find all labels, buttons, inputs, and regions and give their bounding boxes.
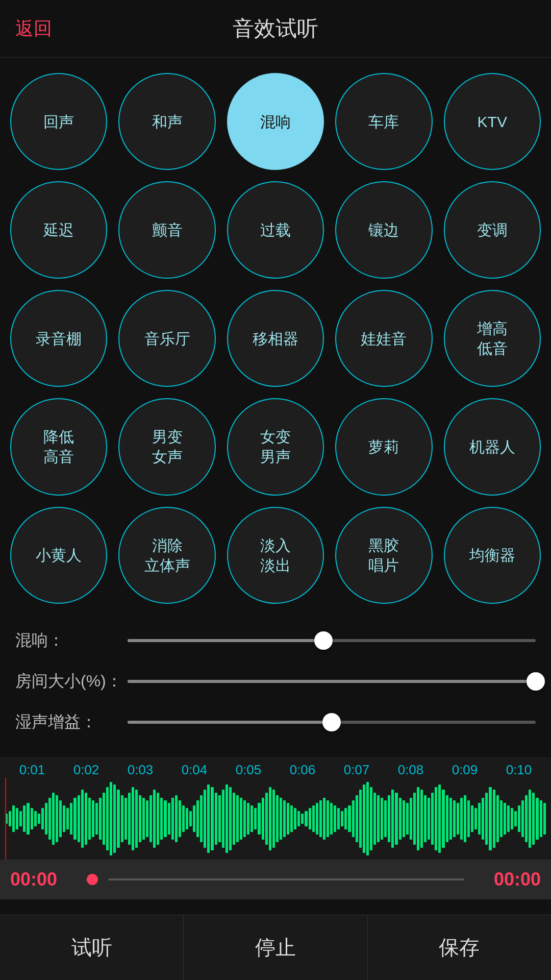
effect-btn-echo[interactable]: 回声 bbox=[10, 73, 107, 170]
waveform-bar bbox=[482, 798, 484, 840]
waveform-bar bbox=[514, 811, 517, 827]
effect-btn-lowbass[interactable]: 降低 高音 bbox=[10, 398, 107, 495]
waveform-bar bbox=[153, 790, 156, 847]
waveform-bar bbox=[189, 811, 192, 827]
effect-btn-phaser[interactable]: 移相器 bbox=[227, 290, 324, 387]
slider-thumb-reverb[interactable] bbox=[314, 631, 333, 650]
waveform-bar bbox=[370, 787, 372, 850]
waveform-bar bbox=[366, 782, 369, 855]
effect-btn-harmony[interactable]: 和声 bbox=[118, 73, 215, 170]
waveform-bar bbox=[294, 808, 296, 829]
slider-row-wet_gain: 湿声增益： bbox=[15, 711, 536, 733]
waveform-bar bbox=[23, 805, 26, 831]
effect-btn-garage[interactable]: 车库 bbox=[335, 73, 432, 170]
save-button[interactable]: 保存 bbox=[368, 915, 551, 980]
waveform-bar bbox=[103, 793, 105, 845]
effect-btn-stereo[interactable]: 消除 立体声 bbox=[118, 507, 215, 604]
waveform-bar bbox=[41, 808, 44, 829]
waveform-bar bbox=[309, 808, 311, 829]
waveform-canvas[interactable] bbox=[0, 778, 551, 860]
waveform-bar bbox=[431, 793, 434, 845]
preview-button[interactable]: 试听 bbox=[0, 915, 184, 980]
effect-btn-vinyl[interactable]: 黑胶 唱片 bbox=[335, 507, 432, 604]
waveform-bar bbox=[352, 800, 355, 837]
waveform-bar bbox=[218, 795, 221, 843]
waveform-bar bbox=[384, 800, 387, 837]
waveform-bar bbox=[290, 805, 293, 831]
waveform-bar bbox=[532, 793, 535, 845]
timeline-marker-2: 0:03 bbox=[113, 762, 167, 778]
waveform-bar bbox=[78, 795, 80, 843]
waveform-bar bbox=[233, 793, 235, 845]
waveform-bar bbox=[251, 805, 253, 831]
effect-btn-baby[interactable]: 娃娃音 bbox=[335, 290, 432, 387]
waveform-bar bbox=[92, 800, 94, 837]
effect-btn-robot[interactable]: 机器人 bbox=[444, 398, 541, 495]
slider-label-reverb: 混响： bbox=[15, 629, 128, 652]
waveform-bar bbox=[182, 805, 185, 831]
waveform-bar bbox=[95, 803, 98, 835]
timeline-marker-9: 0:10 bbox=[492, 762, 546, 778]
waveform-bar bbox=[521, 800, 524, 837]
slider-label-room_size: 房间大小(%)： bbox=[15, 670, 128, 693]
waveform-bar bbox=[388, 795, 390, 843]
waveform-bar bbox=[265, 793, 268, 845]
waveform-bar bbox=[438, 785, 441, 853]
waveform-bar bbox=[229, 787, 232, 850]
waveform-bar bbox=[19, 811, 22, 827]
waveform-bar bbox=[305, 811, 307, 827]
effect-btn-m2f[interactable]: 男变 女声 bbox=[118, 398, 215, 495]
effect-btn-bass[interactable]: 增高 低音 bbox=[444, 290, 541, 387]
waveform-bar bbox=[297, 811, 300, 827]
waveform-bar bbox=[48, 798, 51, 840]
slider-thumb-room_size[interactable] bbox=[527, 672, 545, 691]
effect-btn-ktv[interactable]: KTV bbox=[444, 73, 541, 170]
waveform-bar bbox=[258, 803, 260, 835]
slider-thumb-wet_gain[interactable] bbox=[322, 713, 341, 731]
effect-btn-overdrive[interactable]: 过载 bbox=[227, 181, 324, 278]
effect-btn-moly[interactable]: 萝莉 bbox=[335, 398, 432, 495]
effect-btn-flanger[interactable]: 镶边 bbox=[335, 181, 432, 278]
waveform-bar bbox=[424, 795, 427, 843]
effect-btn-f2m[interactable]: 女变 男声 bbox=[227, 398, 324, 495]
waveform-bar bbox=[471, 805, 473, 831]
effect-btn-reverb[interactable]: 混响 bbox=[227, 73, 324, 170]
waveform-bar bbox=[316, 803, 318, 835]
effect-btn-fadeinout[interactable]: 淡入 淡出 bbox=[227, 507, 324, 604]
effects-grid: 回声和声混响车库KTV延迟颤音过载镶边变调录音棚音乐厅移相器娃娃音增高 低音降低… bbox=[0, 58, 551, 614]
waveform-bar bbox=[88, 798, 91, 840]
effect-btn-minion[interactable]: 小黄人 bbox=[10, 507, 107, 604]
stop-button[interactable]: 停止 bbox=[184, 915, 367, 980]
waveform-bar bbox=[207, 785, 210, 853]
slider-track-container-reverb[interactable] bbox=[128, 639, 536, 642]
waveform-bar bbox=[236, 795, 239, 843]
waveform-bar bbox=[243, 800, 246, 837]
waveform-bar bbox=[70, 803, 72, 835]
waveform-bar bbox=[52, 793, 55, 845]
slider-fill-room_size bbox=[128, 680, 536, 683]
waveform-bar bbox=[442, 790, 444, 847]
waveform-bar bbox=[323, 798, 325, 840]
effect-btn-tremolo[interactable]: 颤音 bbox=[118, 181, 215, 278]
waveform-bar bbox=[34, 811, 37, 827]
waveform-bar bbox=[391, 790, 394, 847]
back-button[interactable]: 返回 bbox=[15, 16, 52, 41]
waveform-bar bbox=[106, 787, 109, 850]
waveform-bar bbox=[269, 787, 271, 850]
waveform-bar bbox=[276, 795, 279, 843]
effect-btn-hall[interactable]: 音乐厅 bbox=[118, 290, 215, 387]
waveform-bar bbox=[16, 808, 18, 829]
effect-btn-delay[interactable]: 延迟 bbox=[10, 181, 107, 278]
waveform-bar bbox=[247, 803, 249, 835]
effect-btn-pitch[interactable]: 变调 bbox=[444, 181, 541, 278]
slider-track-container-room_size[interactable] bbox=[128, 680, 536, 683]
waveform-bar bbox=[272, 790, 275, 847]
waveform-bar bbox=[507, 805, 510, 831]
waveform-bar bbox=[128, 793, 131, 845]
waveform-bar bbox=[31, 808, 33, 829]
effect-btn-eq[interactable]: 均衡器 bbox=[444, 507, 541, 604]
progress-track[interactable] bbox=[108, 878, 464, 880]
slider-track-container-wet_gain[interactable] bbox=[128, 721, 536, 724]
waveform-bar bbox=[139, 795, 141, 843]
effect-btn-studio[interactable]: 录音棚 bbox=[10, 290, 107, 387]
